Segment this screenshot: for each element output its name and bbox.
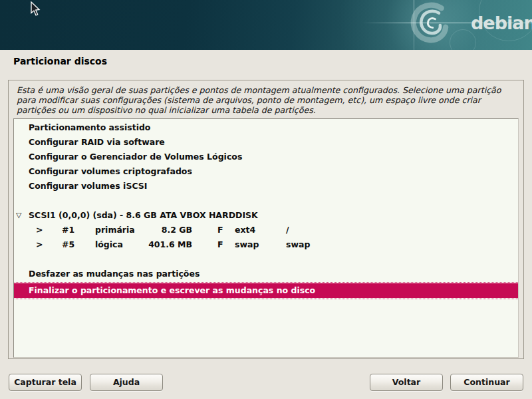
back-button[interactable]: Voltar <box>370 374 443 391</box>
help-button[interactable]: Ajuda <box>90 374 163 391</box>
debian-logo-text: debian <box>471 13 532 33</box>
page-description: Esta é uma visão geral de suas partições… <box>17 85 514 116</box>
list-item-configure-lvm[interactable]: Configurar o Gerenciador de Volumes Lógi… <box>14 150 518 164</box>
spacer-row <box>14 252 518 267</box>
list-item-configure-iscsi[interactable]: Configurar volumes iSCSI <box>14 179 518 194</box>
mouse-cursor-icon <box>31 1 41 17</box>
partition-mountpoint: swap <box>286 237 310 252</box>
content-frame: Esta é uma visão geral de suas partições… <box>8 80 524 359</box>
debian-swirl-icon <box>401 0 462 50</box>
partition-filesystem: ext4 <box>235 223 255 237</box>
list-item-partition-5[interactable]: > #5 lógica 401.6 MB F swap swap <box>14 237 518 252</box>
screenshot-button[interactable]: Capturar tela <box>9 374 82 391</box>
partition-mountpoint: / <box>286 223 289 237</box>
installer-window: debian8 Particionar discos Esta é uma vi… <box>0 0 532 399</box>
partition-filesystem: swap <box>235 237 259 252</box>
partition-number: #1 <box>62 223 74 237</box>
list-item-guided-partitioning[interactable]: Particionamento assistido <box>14 120 518 135</box>
partition-size: 401.6 MB <box>119 237 192 252</box>
partition-list[interactable]: Particionamento assistido Configurar RAI… <box>13 118 519 358</box>
expander-triangle-icon[interactable]: ▽ <box>16 208 21 223</box>
list-item-configure-raid[interactable]: Configurar RAID via software <box>14 135 518 150</box>
partition-number: #5 <box>62 237 74 252</box>
partition-format-flag: F <box>217 223 223 237</box>
list-item-configure-encrypted[interactable]: Configurar volumes criptografados <box>14 164 518 179</box>
spacer-row <box>14 194 518 208</box>
disk-label: SCSI1 (0,0,0) (sda) - 8.6 GB ATA VBOX HA… <box>29 208 258 223</box>
page-title: Particionar discos <box>13 56 107 66</box>
partition-arrow-icon: > <box>36 223 43 237</box>
list-item-partition-1[interactable]: > #1 primária 8.2 GB F ext4 / <box>14 223 518 237</box>
debian-logo: debian8 <box>471 12 532 33</box>
debian-banner: debian8 <box>0 0 532 50</box>
list-item-finish-partitioning[interactable]: Finalizar o particionamento e escrever a… <box>14 283 518 298</box>
partition-format-flag: F <box>217 237 223 252</box>
list-item-undo-changes[interactable]: Desfazer as mudanças nas partições <box>14 267 518 281</box>
partition-size: 8.2 GB <box>119 223 192 237</box>
partition-arrow-icon: > <box>36 237 43 252</box>
list-item-disk-sda[interactable]: ▽ SCSI1 (0,0,0) (sda) - 8.6 GB ATA VBOX … <box>14 208 518 223</box>
continue-button[interactable]: Continuar <box>450 374 523 391</box>
